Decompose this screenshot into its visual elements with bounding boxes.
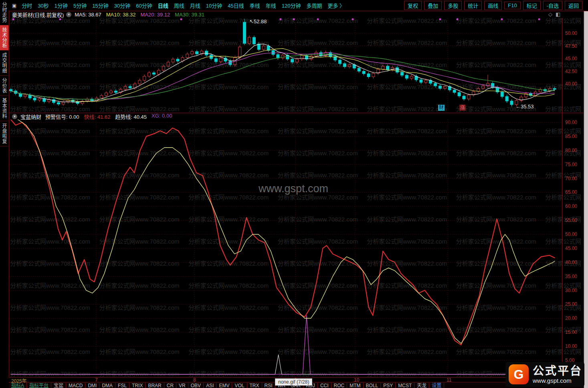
candlestick-chart[interactable] (9, 18, 562, 113)
indicator-tab-emv[interactable]: EMV (216, 383, 232, 388)
sidebar-tab-4[interactable]: 基本资料 (0, 96, 8, 121)
ma-value-0: MA5: 38.67 (75, 12, 101, 18)
vertical-scrollbar[interactable] (584, 11, 588, 388)
sidebar-tab-2[interactable]: 成交明细 (0, 51, 8, 76)
indicator-tab-天龙[interactable]: 天龙 (414, 383, 429, 388)
toolbar-period-1[interactable]: 30秒 (38, 2, 48, 9)
toolbar-button-0[interactable]: 复权 (404, 1, 422, 10)
indicator-chart[interactable] (9, 120, 562, 378)
toolbar-period-0[interactable]: 分时 (22, 2, 32, 9)
axis-left-border (562, 18, 562, 377)
indicator-tick: 45.00 (565, 246, 577, 251)
indicator-axis: 5.0010.0015.0020.0025.0030.0035.0040.004… (563, 120, 583, 378)
toolbar-button-6[interactable]: 标记 (523, 1, 541, 10)
indicator-tab-dmi[interactable]: DMI (85, 383, 99, 388)
indicator-tab-boll[interactable]: BOLL (364, 383, 381, 388)
toolbar-period-10[interactable]: 10分钟 (206, 2, 222, 9)
indicator-tab-mcst[interactable]: MCST (396, 383, 414, 388)
indicator-tick: 55.00 (565, 217, 577, 223)
indicator-tick: 20.00 (565, 315, 577, 321)
indicator-tab-cr[interactable]: CR (164, 383, 176, 388)
indicator-tick: 85.00 (565, 134, 577, 139)
sidebar-tab-1[interactable]: 技术分析 (0, 25, 8, 51)
toolbar-period-13[interactable]: 年线 (266, 2, 276, 9)
indicator-tick: 10.00 (565, 343, 577, 349)
toolbar-button-2[interactable]: 多股 (444, 1, 462, 10)
toolbar-button-8[interactable]: 返回 (565, 1, 582, 10)
sidebar-tab-5[interactable]: 开盘啦复 (0, 121, 8, 146)
toolbar-right-buttons: 复权叠加多股统计画线F10标记-自选返回 (402, 1, 582, 10)
month-label-7: 7 (95, 377, 98, 383)
indicator-tab-asi[interactable]: ASI (204, 383, 216, 388)
indicator-tab-cci[interactable]: CCI (318, 383, 331, 388)
toolbar-period-16[interactable]: 更多 〉 (327, 2, 345, 9)
indicator-header: ▾ 宝盆纳财 预警信号: 0.00快线: 41.62趋势线: 40.45XG: … (12, 114, 177, 119)
indicator-tab-设置[interactable]: 设置 (429, 383, 444, 388)
toolbar-button-3[interactable]: 统计 (464, 1, 482, 10)
indicator-tick: 40.00 (565, 260, 577, 265)
indicator-value-1: 快线: 41.62 (84, 113, 111, 120)
indicator-tab-psy[interactable]: PSY (381, 383, 396, 388)
indicator-tab-trx[interactable]: TRX (247, 383, 262, 388)
toolbar-period-12[interactable]: 季线 (250, 2, 260, 9)
indicator-tab-mtm[interactable]: MTM (347, 383, 363, 388)
toolbar-period-7[interactable]: 日线 (158, 2, 168, 9)
indicator-tick: 90.00 (565, 120, 577, 125)
axis-right-border (583, 11, 584, 388)
indicator-tab-宝盆[interactable]: 宝盆 (51, 383, 66, 388)
indicator-tab-指标a[interactable]: 指标A (9, 383, 27, 388)
indicator-tick: 35.00 (565, 274, 577, 279)
indicator-tick: 65.00 (565, 189, 577, 195)
toolbar-period-11[interactable]: 45日线 (228, 2, 244, 9)
logo-title: 公式平台 (533, 365, 582, 377)
indicator-tab-vr[interactable]: VR (176, 383, 188, 388)
toolbar-button-1[interactable]: 叠加 (424, 1, 442, 10)
indicator-tab-dma[interactable]: DMA (99, 383, 115, 388)
price-tick: 42.50 (565, 69, 577, 74)
toolbar-period-8[interactable]: 周线 (174, 2, 184, 9)
indicator-name[interactable]: 宝盆纳财 (20, 113, 41, 120)
toolbar-periods: 分时30秒1分钟5分钟15分钟30分钟60分钟日线周线月线10分钟45日线季线年… (19, 2, 348, 9)
chevron-down-circle-icon[interactable]: ▾ (66, 12, 71, 17)
indicator-tab-fsl[interactable]: FSL (115, 383, 129, 388)
indicator-value-2: 趋势线: 40.45 (115, 113, 147, 120)
toolbar-period-6[interactable]: 60分钟 (136, 2, 152, 9)
indicator-tab-obv[interactable]: OBV (188, 383, 204, 388)
toolbar-button-5[interactable]: F10 (504, 2, 520, 9)
indicator-tab-macd[interactable]: MACD (66, 383, 85, 388)
split-window-icon[interactable]: ◧ (556, 11, 564, 17)
toolbar-period-2[interactable]: 1分钟 (55, 2, 68, 9)
chevron-down-circle-icon[interactable]: ▾ (12, 114, 17, 119)
toolbar-button-4[interactable]: 画线 (484, 1, 502, 10)
indicator-tab-trix[interactable]: TRIX (129, 383, 145, 388)
toolbar-period-4[interactable]: 15分钟 (92, 2, 108, 9)
gspt-logo: G 公式平台 www.gspt.com (505, 362, 584, 387)
price-tick: 47.50 (565, 43, 577, 49)
indicator-tick: 60.00 (565, 203, 577, 209)
indicator-tick: 15.00 (565, 329, 577, 335)
toolbar-period-9[interactable]: 月线 (190, 2, 200, 9)
indicator-tab-roc[interactable]: ROC (331, 383, 348, 388)
toolbar-period-3[interactable]: 5分钟 (73, 2, 87, 9)
toolbar-period-5[interactable]: 30分钟 (114, 2, 130, 9)
diamond-icon[interactable]: ◇ (548, 11, 556, 17)
ma-value-3: MA30: 39.31 (175, 12, 204, 18)
window-icon: ▣ (12, 3, 16, 8)
chart-corner-icons[interactable]: ◇◧ (548, 11, 564, 17)
indicator-tab-rsi[interactable]: RSI (262, 383, 275, 388)
indicator-tick: 25.00 (565, 301, 577, 307)
indicator-tab-指标平台[interactable]: 指标平台 (27, 383, 51, 388)
toolbar-period-15[interactable]: 多周期 (306, 2, 322, 9)
sidebar-tab-3[interactable]: 分价表 (0, 76, 8, 96)
indicator-tab-brar[interactable]: BRAR (145, 383, 164, 388)
price-tick: 50.00 (565, 30, 577, 36)
high-price-label: ↖52.88 (249, 18, 267, 24)
toolbar-period-14[interactable]: 120分钟 (282, 2, 301, 9)
month-label-8: 8 (193, 377, 196, 383)
toolbar-button-7[interactable]: -自选 (543, 1, 562, 10)
indicator-value-0: 预警信号: 0.00 (45, 113, 79, 120)
stock-title[interactable]: 豪美新材(日线.前复权) (12, 11, 64, 18)
indicator-value-3: XG: 0.00 (152, 113, 172, 120)
indicator-tab-vol[interactable]: VOL (232, 383, 247, 388)
sidebar-tab-0[interactable]: 分时走势 (0, 0, 8, 25)
